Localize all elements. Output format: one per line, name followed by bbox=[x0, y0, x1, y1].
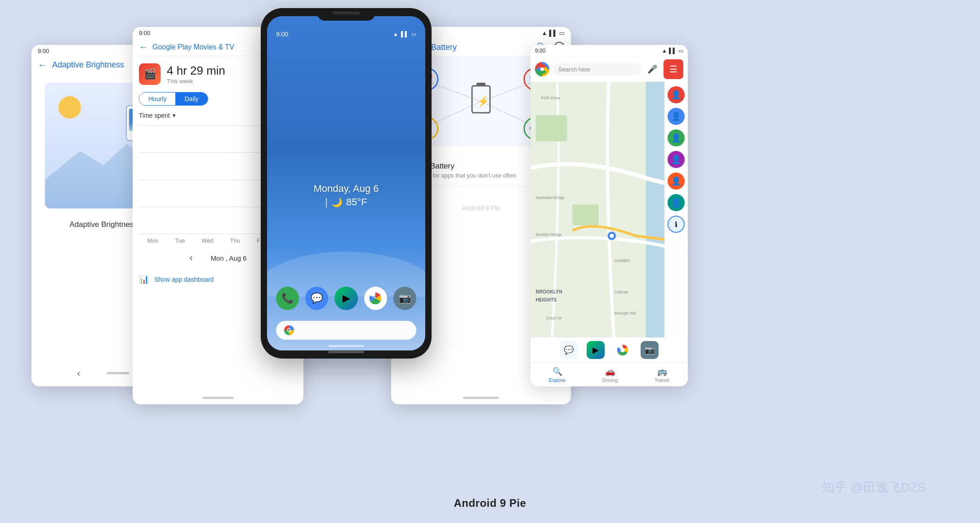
tab-hourly[interactable]: Hourly bbox=[139, 93, 175, 105]
menu-button-maps[interactable]: ☰ bbox=[664, 59, 683, 79]
phone-notch bbox=[317, 8, 375, 21]
svg-text:Brooklyn Bridge: Brooklyn Bridge bbox=[536, 233, 562, 237]
movies-nav-date: Mon , Aug 6 bbox=[211, 254, 247, 262]
maps-status-time: 9:00 bbox=[535, 48, 545, 54]
svg-line-2 bbox=[427, 81, 481, 102]
center-weather-row: | 🌙 85°F bbox=[325, 196, 367, 208]
center-date-span: Monday, Aug 6 bbox=[313, 183, 379, 194]
weather-separator: | bbox=[325, 196, 328, 208]
maps-nav-explore[interactable]: 🔍 Explore bbox=[549, 367, 566, 383]
svg-text:Cadman: Cadman bbox=[615, 290, 628, 294]
phone-outer: 9:00 ▲ ▌▌ ▭ Monday, Aug 6 | bbox=[261, 8, 432, 359]
movies-app-title: Google Play Movies & TV bbox=[152, 43, 234, 51]
avatar-4: 👤 bbox=[668, 151, 685, 168]
svg-text:FDR Drive: FDR Drive bbox=[541, 96, 561, 101]
maps-status-bar: 9:00 ▲ ▌▌ ▭ bbox=[530, 45, 688, 57]
wifi-icon-battery: ▲ bbox=[542, 30, 548, 36]
maps-nav-driving[interactable]: 🚗 Driving bbox=[602, 367, 618, 383]
avatar-1: 👤 bbox=[668, 86, 685, 103]
center-battery-icon: ▭ bbox=[411, 31, 416, 37]
dock-messages-icon[interactable]: 💬 bbox=[305, 287, 328, 310]
avatar-3: 👤 bbox=[668, 129, 685, 146]
maps-side-avatars: 👤 👤 👤 👤 👤 👤 ℹ bbox=[664, 82, 688, 337]
back-nav-icon-brightness[interactable]: ‹ bbox=[77, 368, 80, 378]
movies-home-indicator bbox=[202, 397, 234, 399]
phone-inner: 9:00 ▲ ▌▌ ▭ Monday, Aug 6 | bbox=[267, 16, 425, 350]
center-home-indicator bbox=[328, 345, 364, 347]
avatar-2: 👤 bbox=[668, 108, 685, 125]
dashboard-label: Show app dashboard bbox=[154, 276, 214, 283]
movies-time-sub: This week bbox=[167, 78, 225, 84]
svg-line-4 bbox=[481, 102, 535, 126]
scene: 9:00 ▲ ▌▌ ▭ ← Adaptive Brightness Adapti… bbox=[0, 0, 980, 523]
maps-toolbar: Search here 🎤 ☰ bbox=[530, 57, 688, 82]
maps-dock-messages[interactable]: 💬 bbox=[560, 341, 578, 359]
maps-main: FDR Drive Manhattan Bridge Brooklyn Brid… bbox=[530, 82, 688, 337]
dock-play-icon[interactable]: ▶ bbox=[334, 287, 357, 310]
center-search-bar[interactable]: G bbox=[276, 321, 416, 340]
svg-point-38 bbox=[620, 348, 625, 352]
brightness-sun bbox=[58, 96, 81, 119]
home-indicator-brightness[interactable] bbox=[107, 372, 129, 374]
maps-nav-transit-label: Transit bbox=[655, 377, 669, 383]
svg-text:Court St: Court St bbox=[546, 316, 562, 321]
dock-camera-icon[interactable]: 📷 bbox=[393, 287, 416, 310]
center-date-text: Monday, Aug 6 bbox=[313, 183, 379, 195]
movies-nav-arrow[interactable]: ‹ bbox=[189, 252, 192, 264]
maps-dock-chrome[interactable] bbox=[614, 341, 632, 359]
maps-bottom-dock: 💬 ▶ 📷 bbox=[530, 337, 688, 363]
svg-rect-16 bbox=[477, 83, 486, 86]
svg-point-34 bbox=[610, 234, 614, 238]
tab-daily[interactable]: Daily bbox=[175, 93, 207, 105]
status-time-brightness: 9:00 bbox=[38, 48, 49, 54]
screen-maps: 9:00 ▲ ▌▌ ▭ Search here 🎤 ☰ bbox=[530, 45, 688, 386]
mic-icon[interactable]: 🎤 bbox=[645, 62, 660, 77]
status-time-movies: 9:00 bbox=[139, 30, 150, 36]
brightness-label: Adaptive Brightness bbox=[69, 220, 137, 229]
maps-logo bbox=[535, 62, 549, 76]
svg-text:DUMBO: DUMBO bbox=[615, 258, 630, 263]
movies-app-icon: 🎬 bbox=[139, 63, 160, 85]
maps-info-icon[interactable]: ℹ bbox=[668, 216, 685, 233]
dock-phone-icon[interactable]: 📞 bbox=[276, 287, 299, 310]
battery-icon-maps: ▭ bbox=[678, 48, 683, 54]
chart-day-thu: Thu bbox=[230, 237, 240, 244]
maps-dock-play[interactable]: ▶ bbox=[587, 341, 605, 359]
maps-dock-camera[interactable]: 📷 bbox=[641, 341, 659, 359]
svg-text:⚡: ⚡ bbox=[477, 95, 490, 107]
svg-text:HEIGHTS: HEIGHTS bbox=[536, 297, 557, 302]
svg-line-3 bbox=[481, 81, 535, 102]
maps-nav-driving-label: Driving bbox=[602, 377, 618, 383]
back-arrow-brightness[interactable]: ← bbox=[38, 60, 47, 70]
time-spent-text: Time spent bbox=[139, 112, 170, 119]
maps-nav-transit[interactable]: 🚌 Transit bbox=[655, 367, 669, 383]
bottom-label: Android 9 Pie bbox=[454, 497, 526, 510]
brightness-header-title: Adaptive Brightness bbox=[52, 60, 124, 70]
svg-text:BROOKLYN: BROOKLYN bbox=[536, 289, 562, 294]
svg-text:Borough Hall: Borough Hall bbox=[615, 311, 636, 315]
phone-home-bar bbox=[328, 351, 364, 353]
transit-icon: 🚌 bbox=[657, 367, 667, 377]
chart-day-tue: Tue bbox=[175, 237, 185, 244]
svg-point-19 bbox=[540, 67, 544, 71]
dock-chrome-icon[interactable] bbox=[364, 287, 387, 310]
maps-search-box[interactable]: Search here bbox=[553, 63, 641, 75]
maps-bottom-nav: 🔍 Explore 🚗 Driving 🚌 Transit bbox=[530, 363, 688, 386]
time-spent-arrow: ▼ bbox=[172, 113, 177, 118]
battery-icon-battery: ▭ bbox=[559, 30, 565, 36]
signal-icon-maps: ▌▌ bbox=[669, 48, 677, 54]
wifi-icon-maps: ▲ bbox=[662, 48, 667, 54]
chart-day-wed: Wed bbox=[201, 237, 214, 244]
driving-icon: 🚗 bbox=[605, 367, 615, 377]
maps-search-placeholder: Search here bbox=[558, 66, 590, 73]
movies-tabs: Hourly Daily bbox=[139, 92, 208, 106]
movies-time-info: 4 hr 29 min This week bbox=[167, 64, 225, 84]
center-status-time: 9:00 bbox=[276, 31, 288, 38]
explore-icon: 🔍 bbox=[552, 367, 562, 377]
dashboard-icon: 📊 bbox=[139, 275, 149, 284]
center-signal-icon: ▌▌ bbox=[401, 31, 409, 37]
center-status-icons: ▲ ▌▌ ▭ bbox=[393, 31, 416, 37]
movies-big-time: 4 hr 29 min bbox=[167, 64, 225, 78]
dock-apps: 📞 💬 ▶ 📷 bbox=[267, 287, 425, 310]
back-arrow-movies[interactable]: ← bbox=[139, 42, 148, 52]
